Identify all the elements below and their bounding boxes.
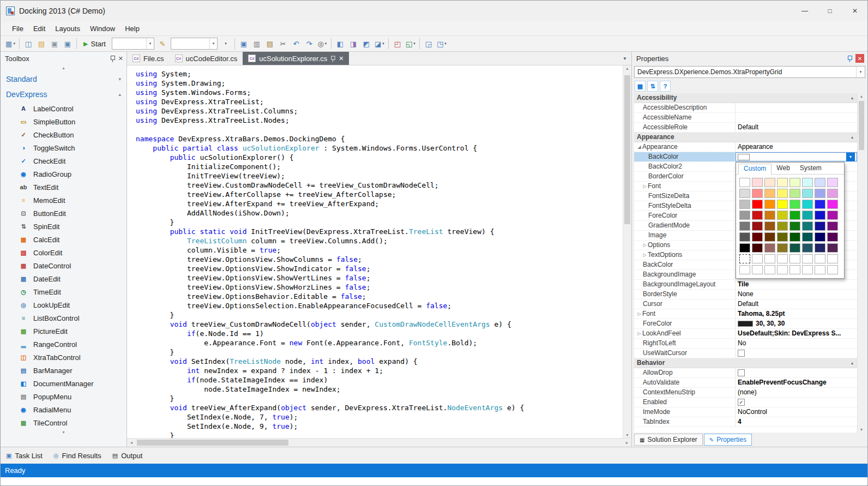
- property-name[interactable]: AccessibleRole: [634, 123, 736, 132]
- palette-color[interactable]: [815, 189, 825, 198]
- add-panel-button[interactable]: ◫: [22, 37, 35, 50]
- node-collapsed-icon[interactable]: ▷: [642, 250, 648, 260]
- palette-custom-color[interactable]: [789, 254, 800, 263]
- property-value[interactable]: Default: [736, 123, 857, 132]
- palette-color[interactable]: [764, 243, 775, 253]
- palette-color[interactable]: [815, 243, 825, 253]
- property-value[interactable]: [736, 368, 857, 377]
- property-name[interactable]: ◢Appearance: [634, 142, 736, 152]
- property-value[interactable]: UseDefault;Skin: DevExpress S...: [736, 329, 857, 338]
- palette-custom-color[interactable]: [739, 265, 750, 274]
- bottom-tab-find-results[interactable]: ◎Find Results: [53, 452, 101, 460]
- palette-color[interactable]: [777, 200, 788, 209]
- start-button[interactable]: ▶Start: [79, 37, 110, 50]
- toolbox-item-popupmenu[interactable]: ▤PopupMenu: [1, 390, 126, 403]
- property-name[interactable]: ForeColor: [634, 319, 736, 328]
- property-value[interactable]: NoControl: [736, 407, 857, 417]
- palette-custom-color[interactable]: [827, 265, 838, 274]
- palette-color[interactable]: [827, 232, 838, 242]
- property-value[interactable]: ▼: [736, 152, 857, 161]
- panel-tab-properties[interactable]: ✎Properties: [704, 434, 752, 446]
- palette-color[interactable]: [777, 178, 788, 187]
- property-name[interactable]: ContextMenuStrip: [634, 388, 736, 397]
- panel-tab-solution-explorer[interactable]: ▦Solution Explorer: [634, 434, 703, 446]
- palette-color[interactable]: [827, 211, 838, 220]
- palette-color[interactable]: [752, 200, 763, 209]
- editor-horizontal-scrollbar[interactable]: ◄ ►: [127, 438, 631, 447]
- auto-hide-button[interactable]: ◨: [347, 37, 360, 50]
- palette-color[interactable]: [827, 243, 838, 253]
- property-name[interactable]: FontStyleDelta: [634, 201, 736, 211]
- palette-color[interactable]: [752, 243, 763, 253]
- palette-color[interactable]: [752, 189, 763, 198]
- palette-custom-color[interactable]: [764, 254, 775, 263]
- scroll-up-icon[interactable]: ▲: [623, 67, 631, 70]
- mdi-button[interactable]: ◱▾: [404, 37, 417, 50]
- picker-tab-custom[interactable]: Custom: [738, 164, 771, 175]
- menu-item-window[interactable]: Window: [85, 23, 120, 34]
- property-name[interactable]: BackgroundImageLayout: [634, 280, 736, 289]
- property-name[interactable]: Image: [634, 231, 736, 240]
- palette-color[interactable]: [752, 221, 763, 231]
- toolbox-category-standard[interactable]: Standard▾: [1, 71, 126, 87]
- bottom-tab-task-list[interactable]: ▣Task List: [6, 452, 43, 460]
- toolbox-item-checkbutton[interactable]: ✓CheckButton: [1, 128, 126, 141]
- property-name[interactable]: TabIndex: [634, 417, 736, 427]
- toolbox-item-tilecontrol[interactable]: ▦TileControl: [1, 416, 126, 429]
- search-button[interactable]: ◎▾: [316, 37, 329, 50]
- toolbox-item-radialmenu[interactable]: ◉RadialMenu: [1, 403, 126, 416]
- property-name[interactable]: Enabled: [634, 398, 736, 407]
- toolbox-scroll-down[interactable]: ▾: [1, 429, 126, 436]
- tab-close-icon[interactable]: ✕: [339, 55, 343, 62]
- document-tab-uccodeeditor.cs[interactable]: C#ucCodeEditor.cs: [170, 52, 243, 65]
- horizontal-scroll-thumb[interactable]: [137, 440, 288, 446]
- split-button[interactable]: ◲: [422, 37, 435, 50]
- save-all-button[interactable]: ▣: [61, 37, 74, 50]
- palette-color[interactable]: [815, 211, 825, 220]
- object-selector[interactable]: DevExpress.DXperience.Demos.XtraProperty…: [634, 66, 865, 78]
- tab-list-dropdown-icon[interactable]: ▼: [618, 52, 631, 65]
- property-value[interactable]: ✓: [736, 398, 857, 407]
- property-value[interactable]: EnablePreventFocusChange: [736, 378, 857, 387]
- node-collapsed-icon[interactable]: ▷: [642, 241, 648, 250]
- undo-button[interactable]: ↶: [290, 37, 303, 50]
- document-group-button[interactable]: ◪▾: [373, 37, 386, 50]
- toolbox-item-calcedit[interactable]: ▦CalcEdit: [1, 233, 126, 246]
- palette-color[interactable]: [789, 221, 800, 231]
- property-name[interactable]: ▷TextOptions: [634, 250, 736, 260]
- palette-color[interactable]: [815, 221, 825, 231]
- scroll-down-icon[interactable]: ▼: [858, 428, 865, 431]
- property-name[interactable]: AccessibleDescription: [634, 103, 736, 112]
- toolbox-item-datecontrol[interactable]: ▦DateControl: [1, 259, 126, 272]
- palette-custom-color[interactable]: [739, 254, 750, 263]
- toolbox-scroll-up[interactable]: ▴: [1, 65, 126, 71]
- property-name[interactable]: ▷Options: [634, 241, 736, 250]
- palette-color[interactable]: [752, 232, 763, 242]
- palette-color[interactable]: [827, 221, 838, 231]
- property-value[interactable]: 30, 30, 30: [736, 319, 857, 328]
- toolbox-item-dateedit[interactable]: ▦DateEdit: [1, 272, 126, 285]
- toolbox-item-checkedit[interactable]: ✓CheckEdit: [1, 154, 126, 167]
- toolbox-category-devexpress[interactable]: DevExpress▴: [1, 87, 126, 102]
- property-name[interactable]: ▷Font: [634, 309, 736, 319]
- palette-custom-color[interactable]: [789, 265, 800, 274]
- toolbox-item-xtratabcontrol[interactable]: ◫XtraTabControl: [1, 351, 126, 364]
- property-name[interactable]: BackColor: [634, 152, 736, 161]
- palette-color[interactable]: [777, 243, 788, 253]
- scroll-down-icon[interactable]: ▼: [623, 433, 631, 437]
- alphabetical-button[interactable]: ⇅: [647, 81, 658, 92]
- node-collapsed-icon[interactable]: ▷: [642, 182, 648, 191]
- palette-custom-color[interactable]: [802, 254, 813, 263]
- properties-pin-icon[interactable]: [847, 55, 852, 62]
- dock-bottom-button[interactable]: ◩: [360, 37, 373, 50]
- property-category-behavior[interactable]: Behavior▴: [634, 358, 857, 368]
- toolbox-item-rangecontrol[interactable]: ▂RangeControl: [1, 338, 126, 351]
- palette-color[interactable]: [827, 189, 838, 198]
- palette-color[interactable]: [789, 189, 800, 198]
- palette-color[interactable]: [789, 211, 800, 220]
- palette-color[interactable]: [827, 200, 838, 209]
- palette-color[interactable]: [764, 221, 775, 231]
- picker-tab-web[interactable]: Web: [771, 164, 794, 174]
- palette-color[interactable]: [739, 200, 750, 209]
- toolbox-item-textedit[interactable]: abTextEdit: [1, 181, 126, 194]
